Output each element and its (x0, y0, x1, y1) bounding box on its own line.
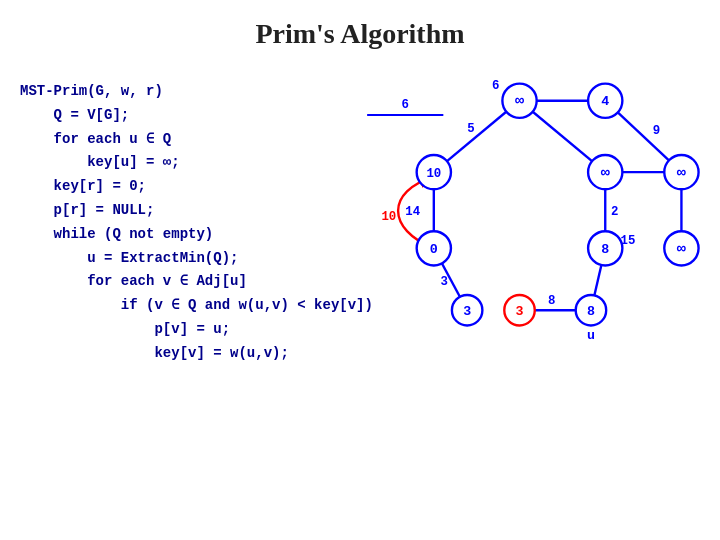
svg-text:8: 8 (601, 242, 609, 257)
svg-text:8: 8 (548, 294, 555, 308)
svg-text:∞: ∞ (515, 92, 524, 110)
svg-text:9: 9 (653, 124, 660, 138)
svg-text:3: 3 (516, 304, 524, 319)
page-title: Prim's Algorithm (0, 0, 720, 50)
svg-text:6: 6 (492, 79, 499, 93)
svg-text:10: 10 (381, 210, 396, 224)
graph-svg: 6 (310, 65, 710, 365)
svg-text:10: 10 (426, 167, 441, 181)
svg-text:u: u (587, 328, 595, 343)
svg-text:6: 6 (402, 98, 409, 112)
svg-text:3: 3 (463, 304, 471, 319)
graph-area: 6 (310, 65, 710, 365)
svg-text:2: 2 (611, 205, 618, 219)
svg-text:5: 5 (467, 122, 474, 136)
page: Prim's Algorithm MST-Prim(G, w, r) Q = V… (0, 0, 720, 540)
svg-text:14: 14 (405, 205, 420, 219)
svg-text:3: 3 (440, 275, 447, 289)
svg-text:∞: ∞ (601, 164, 610, 182)
svg-text:8: 8 (587, 304, 595, 319)
svg-text:∞: ∞ (677, 164, 686, 182)
svg-text:4: 4 (601, 94, 609, 109)
svg-text:0: 0 (430, 242, 438, 257)
svg-text:∞: ∞ (677, 240, 686, 258)
